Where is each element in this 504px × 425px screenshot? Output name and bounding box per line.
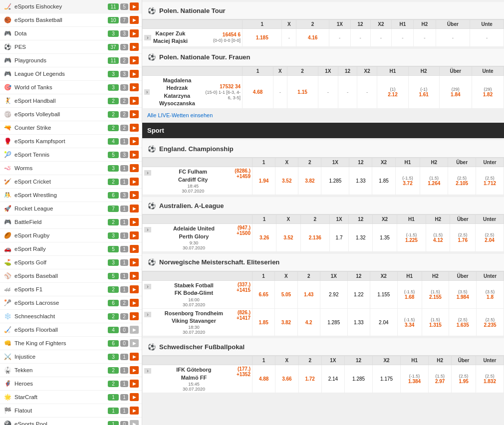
sidebar-item[interactable]: 🚗 eSport Rally 5 1 ▶ [0,242,142,256]
sub-value[interactable]: 1.264 [422,181,446,186]
sub-value[interactable]: 1.832 [478,379,502,384]
odd-2[interactable]: 1.72 [298,365,321,393]
odd-x2[interactable]: 1.175 [373,365,401,393]
sidebar-item[interactable]: 🎮 BattleField 2 1 ▶ [0,215,142,229]
sub-value[interactable]: 2.155 [424,294,448,300]
expand-btn[interactable]: › [144,312,151,317]
sidebar-arrow-button[interactable]: ▶ [130,393,139,401]
sub-value[interactable]: 1.8 [478,294,502,300]
sidebar-arrow-button[interactable]: ▶ [130,272,139,280]
odd-1[interactable]: 6.65 [252,280,275,308]
odd-1[interactable]: 1.185 [243,29,282,47]
odd-h2[interactable]: (1.5)1.264 [420,167,448,195]
sidebar-item[interactable]: 🪱 Worms 3 1 ▶ [0,162,142,175]
sidebar-arrow-button[interactable]: ▶ [130,218,139,226]
odd-x2[interactable]: 1.155 [370,280,397,308]
odd-1x[interactable]: 2.14 [321,365,344,393]
sidebar-arrow-button[interactable]: ▶ [130,83,139,91]
sub-value[interactable]: 2.97 [430,379,450,384]
odd-h2[interactable]: (1.5)2.97 [429,365,452,393]
sub-value[interactable]: 1.984 [451,294,475,300]
odd-2[interactable]: 2.136 [300,224,329,252]
sidebar-item[interactable]: 🎮 Dota 3 3 ▶ [0,27,142,40]
expand-button[interactable]: › [144,35,151,40]
expand-btn[interactable]: › [144,170,151,176]
sidebar-arrow-button[interactable]: ▶ [130,366,139,374]
sidebar-item[interactable]: 🔫 Counter Strike 2 2 ▶ [0,121,142,135]
odd-2c[interactable]: 1.15 [287,75,318,109]
odd-x2[interactable]: 1.85 [372,167,395,195]
sub-value[interactable]: 2.235 [478,322,502,328]
odd-2[interactable]: 4.2 [297,308,320,336]
odd-2[interactable]: 1.43 [297,280,320,308]
sidebar-arrow-button[interactable]: ▶ [130,380,139,388]
sidebar-arrow-button[interactable]: ▶ [130,43,139,51]
sub-value[interactable]: 4.12 [428,237,448,243]
sidebar-item[interactable]: 🌟 StarCraft 1 1 ▶ [0,391,142,404]
sidebar-item[interactable]: 🎮 Playgrounds 11 2 ▶ [0,54,142,67]
odd-x[interactable]: 3.66 [275,365,298,393]
sidebar-arrow-button[interactable]: ▶ [130,326,139,334]
odd-u1[interactable]: (3.5)1.984 [449,280,477,308]
sub-value[interactable]: 1.68 [399,294,420,300]
sidebar-arrow-button[interactable]: ▶ [130,56,139,64]
odd-1[interactable]: 1.85 [252,308,275,336]
odd-u1[interactable]: (2.5)1.95 [452,365,476,393]
sub-value[interactable]: 1.76 [452,237,474,243]
odd-h2[interactable]: (1.5)4.12 [426,224,450,252]
sub-value[interactable]: 2.105 [450,181,474,186]
sidebar-item[interactable]: 🤾 eSport Handball 2 2 ▶ [0,94,142,108]
sidebar-item[interactable]: ⛳ eSports Golf 3 1 ▶ [0,256,142,269]
sidebar-item[interactable]: 👊 The King of Fighters 6 0 ▶ [0,337,142,350]
sidebar-item[interactable]: 🚀 Rocket League 7 1 ▶ [0,202,142,215]
odd-12[interactable]: 1.285 [345,365,373,393]
odd-u2[interactable]: (2.5)2.235 [477,308,504,336]
sidebar-arrow-button[interactable]: ▶ [130,164,139,172]
sidebar-arrow-button[interactable]: ▶ [130,151,139,159]
odd-u2[interactable]: (2.5)1.712 [476,167,504,195]
sub-value[interactable]: 3.34 [399,322,420,328]
odd-h2[interactable]: (1.5)2.155 [422,280,449,308]
sidebar-item[interactable]: 🎾 eSport Tennis 5 3 ▶ [0,148,142,162]
sidebar-arrow-button[interactable]: ▶ [130,137,139,145]
sidebar-arrow-button[interactable]: ▶ [130,353,139,361]
sidebar-arrow-button[interactable]: ▶ [130,339,139,347]
sidebar-arrow-button[interactable]: ▶ [130,407,139,415]
odd-12[interactable]: 1.33 [349,167,372,195]
sidebar-arrow-button[interactable]: ▶ [130,178,139,186]
sidebar-item[interactable]: 🏉 eSport Rugby 3 1 ▶ [0,229,142,242]
sidebar-item[interactable]: 🎮 League Of Legends 3 3 ▶ [0,67,142,81]
sidebar-arrow-button[interactable]: ▶ [130,124,139,132]
sidebar-item[interactable]: ⚽ PES 37 3 ▶ [0,40,142,54]
expand-btn[interactable]: › [144,284,151,289]
sidebar-arrow-button[interactable]: ▶ [130,420,139,425]
odd-h1[interactable]: (-1.5)1.225 [397,224,426,252]
sidebar-arrow-button[interactable]: ▶ [130,29,139,37]
expand-btn[interactable]: › [144,227,151,232]
odd-x[interactable]: 3.82 [275,308,297,336]
sidebar-arrow-button[interactable]: ▶ [130,285,139,293]
all-live-link[interactable]: Alle LIVE-Wetten einsehen [142,110,504,121]
sub-value[interactable]: 1.315 [424,322,448,328]
sidebar-arrow-button[interactable]: ▶ [130,16,139,24]
sub-value[interactable]: 1.384 [402,379,427,384]
odd-1[interactable]: 4.88 [252,365,275,393]
sidebar-arrow-button[interactable]: ▶ [130,231,139,239]
sidebar-item[interactable]: 🏁 Flatout 1 1 ▶ [0,404,142,418]
sidebar-arrow-button[interactable]: ▶ [130,191,139,199]
odd-u1c[interactable]: (29)1.84 [439,75,472,109]
sidebar-item[interactable]: 🏐 eSports Volleyball 2 2 ▶ [0,108,142,121]
sub-value[interactable]: 1.635 [451,322,475,328]
sub-value[interactable]: 1.95 [453,379,474,384]
sidebar-arrow-button[interactable]: ▶ [130,70,139,78]
odd-u2[interactable]: (2.5)1.832 [476,365,504,393]
odd-x[interactable]: 3.52 [275,167,298,195]
sidebar-arrow-button[interactable]: ▶ [130,110,139,118]
odd-u1[interactable]: (2.5)2.105 [448,167,476,195]
sidebar-item[interactable]: 🏒 eSports Eishockey 11 5 ▶ [0,0,142,13]
sidebar-item[interactable]: 🤼 eSport Wrestling 6 3 ▶ [0,189,142,202]
sidebar-item[interactable]: 🎱 eSports Pool 1 0 ▶ [0,418,142,425]
odd-1x[interactable]: 1.7 [330,224,349,252]
sidebar-item[interactable]: ❄️ Schneeschlacht 2 2 ▶ [0,310,142,323]
sidebar-item[interactable]: 🏎 eSports F1 2 1 ▶ [0,283,142,296]
